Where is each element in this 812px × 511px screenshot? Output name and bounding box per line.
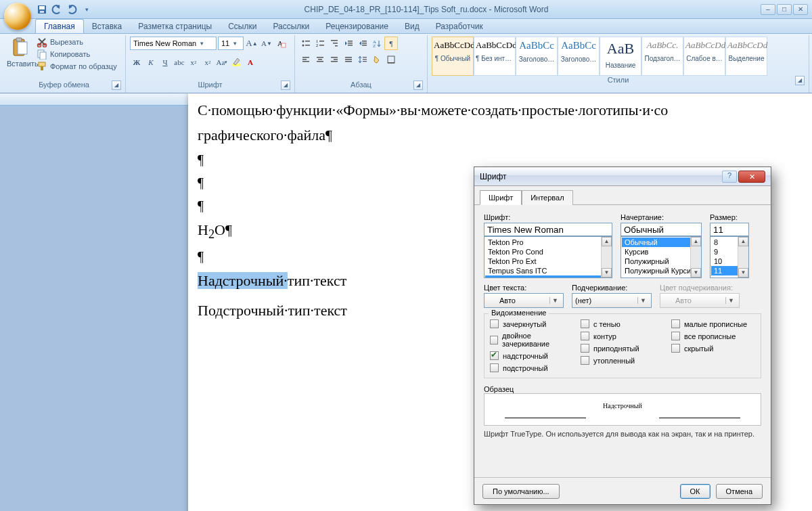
chk-engrave[interactable]: утопленный bbox=[581, 356, 664, 365]
bullets-button[interactable] bbox=[299, 37, 313, 50]
list-option[interactable]: Tempus Sans ITC bbox=[485, 266, 611, 275]
underline-dropdown[interactable]: (нет)▼ bbox=[572, 293, 652, 308]
font-name-combo[interactable]: Times New Roman▼ bbox=[130, 37, 217, 50]
font-size-combo[interactable]: 11▼ bbox=[218, 37, 244, 50]
superscript-button[interactable]: x2 bbox=[201, 55, 215, 69]
italic-button[interactable]: К bbox=[144, 55, 158, 69]
chk-emboss[interactable]: приподнятый bbox=[581, 344, 664, 353]
chk-smallcaps[interactable]: малые прописные bbox=[671, 319, 755, 328]
qat-more-icon[interactable]: ▾ bbox=[81, 4, 92, 15]
dialog-tab-font[interactable]: Шрифт bbox=[480, 190, 522, 205]
style-item[interactable]: AaBbCc.Подзагол… bbox=[641, 37, 683, 76]
chk-subscript[interactable]: подстрочный bbox=[490, 363, 574, 372]
list-option[interactable]: Курсив bbox=[622, 247, 700, 257]
change-case-button[interactable]: Aa▾ bbox=[215, 55, 229, 69]
line-spacing-button[interactable] bbox=[356, 53, 369, 66]
style-item[interactable]: AaBbCcDdВыделение bbox=[725, 37, 767, 76]
svg-rect-26 bbox=[348, 41, 353, 42]
list-option[interactable]: Tekton Pro Ext bbox=[485, 257, 611, 266]
dialog-help-button[interactable]: ? bbox=[722, 171, 737, 183]
minimize-button[interactable]: – bbox=[761, 4, 775, 15]
chk-strikethrough[interactable]: зачеркнутый bbox=[490, 319, 574, 328]
tab-references[interactable]: Ссылки bbox=[220, 20, 265, 33]
paste-button[interactable]: Вставить bbox=[7, 37, 34, 68]
styles-dialog-launcher[interactable]: ◢ bbox=[795, 76, 805, 85]
chk-outline[interactable]: контур bbox=[581, 332, 664, 340]
redo-icon[interactable] bbox=[66, 4, 77, 15]
style-item[interactable]: AaBНазвание bbox=[600, 37, 641, 76]
underline-button[interactable]: Ч bbox=[158, 55, 172, 69]
decrease-indent-button[interactable] bbox=[342, 37, 355, 50]
style-item[interactable]: AaBbCcDdСлабое в… bbox=[683, 37, 725, 76]
chk-superscript[interactable]: надстрочный bbox=[490, 351, 574, 360]
tab-layout[interactable]: Разметка страницы bbox=[130, 20, 220, 33]
tab-review[interactable]: Рецензирование bbox=[317, 20, 397, 33]
clipboard-dialog-launcher[interactable]: ◢ bbox=[112, 81, 121, 90]
tab-mailings[interactable]: Рассылки bbox=[265, 20, 317, 33]
office-button[interactable] bbox=[4, 3, 31, 30]
shrink-font-button[interactable]: A▼ bbox=[260, 37, 273, 50]
chk-shadow[interactable]: с тенью bbox=[581, 319, 664, 328]
list-option[interactable]: Полужирный Курсив bbox=[622, 266, 700, 275]
maximize-button[interactable]: □ bbox=[777, 4, 792, 15]
svg-rect-36 bbox=[302, 61, 309, 62]
font-color-button[interactable]: A bbox=[244, 55, 257, 69]
default-button[interactable]: По умолчанию... bbox=[482, 484, 560, 499]
list-option[interactable]: Times New Roman bbox=[485, 275, 611, 278]
increase-indent-button[interactable] bbox=[356, 37, 369, 50]
list-option[interactable]: Полужирный bbox=[622, 257, 700, 266]
chk-double-strike[interactable]: двойное зачеркивание bbox=[490, 332, 574, 348]
cancel-button[interactable]: Отмена bbox=[716, 484, 763, 499]
numbering-button[interactable]: 12 bbox=[313, 37, 327, 50]
sort-button[interactable]: AZ bbox=[370, 37, 384, 50]
align-center-button[interactable] bbox=[313, 53, 327, 66]
close-button[interactable]: ✕ bbox=[793, 4, 808, 15]
tab-developer[interactable]: Разработчик bbox=[428, 20, 491, 33]
tab-insert[interactable]: Вставка bbox=[84, 20, 131, 33]
style-item[interactable]: AaBbCcDd¶ Без инте… bbox=[474, 37, 516, 76]
style-item[interactable]: AaBbCcЗаголово… bbox=[516, 37, 558, 76]
ok-button[interactable]: ОК bbox=[680, 484, 710, 499]
subscript-button[interactable]: x2 bbox=[187, 55, 200, 69]
paragraph-dialog-launcher[interactable]: ◢ bbox=[413, 81, 423, 90]
list-option[interactable]: Tekton Pro Cond bbox=[485, 247, 611, 257]
list-option[interactable]: Tekton Pro bbox=[485, 238, 611, 247]
list-option[interactable]: Обычный bbox=[622, 238, 700, 247]
tab-home[interactable]: Главная bbox=[35, 19, 84, 33]
styles-gallery[interactable]: AaBbCcDd¶ ОбычныйAaBbCcDd¶ Без инте…AaBb… bbox=[432, 37, 805, 76]
font-color-dropdown[interactable]: Авто▼ bbox=[484, 293, 564, 308]
style-list[interactable]: ОбычныйКурсивПолужирныйПолужирный Курсив… bbox=[621, 236, 702, 278]
font-dialog-launcher[interactable]: ◢ bbox=[281, 81, 290, 90]
clear-formatting-button[interactable]: A bbox=[275, 37, 288, 50]
size-list[interactable]: 89101112▲▼ bbox=[710, 236, 749, 278]
multilevel-button[interactable] bbox=[328, 37, 341, 50]
style-item[interactable]: AaBbCcDd¶ Обычный bbox=[432, 37, 474, 76]
justify-button[interactable] bbox=[342, 53, 355, 66]
chk-hidden[interactable]: скрытый bbox=[671, 344, 755, 353]
bold-button[interactable]: Ж bbox=[130, 55, 143, 69]
copy-button[interactable]: Копировать bbox=[37, 49, 117, 60]
font-style-input[interactable] bbox=[621, 223, 702, 236]
dialog-close-button[interactable]: ✕ bbox=[738, 171, 765, 183]
highlight-button[interactable] bbox=[229, 55, 243, 69]
tab-view[interactable]: Вид bbox=[397, 20, 428, 33]
svg-rect-18 bbox=[305, 45, 310, 46]
style-item[interactable]: AaBbCcЗаголово… bbox=[558, 37, 600, 76]
align-right-button[interactable] bbox=[328, 53, 341, 66]
cut-button[interactable]: Вырезать bbox=[37, 37, 117, 47]
ribbon-tabs: Главная Вставка Разметка страницы Ссылки… bbox=[0, 19, 812, 34]
strikethrough-button[interactable]: abc bbox=[173, 55, 186, 69]
show-marks-button[interactable]: ¶ bbox=[384, 37, 398, 50]
undo-icon[interactable] bbox=[51, 4, 62, 15]
grow-font-button[interactable]: A▲ bbox=[245, 37, 258, 50]
borders-button[interactable] bbox=[384, 53, 398, 66]
save-icon[interactable] bbox=[37, 4, 47, 15]
font-size-input[interactable] bbox=[710, 223, 749, 236]
shading-button[interactable] bbox=[370, 53, 384, 66]
align-left-button[interactable] bbox=[299, 53, 313, 66]
font-list[interactable]: Tekton ProTekton Pro CondTekton Pro ExtT… bbox=[484, 236, 612, 278]
dialog-tab-spacing[interactable]: Интервал bbox=[522, 190, 572, 205]
font-name-input[interactable] bbox=[484, 223, 612, 236]
format-painter-button[interactable]: Формат по образцу bbox=[37, 61, 117, 72]
chk-allcaps[interactable]: все прописные bbox=[671, 332, 755, 340]
